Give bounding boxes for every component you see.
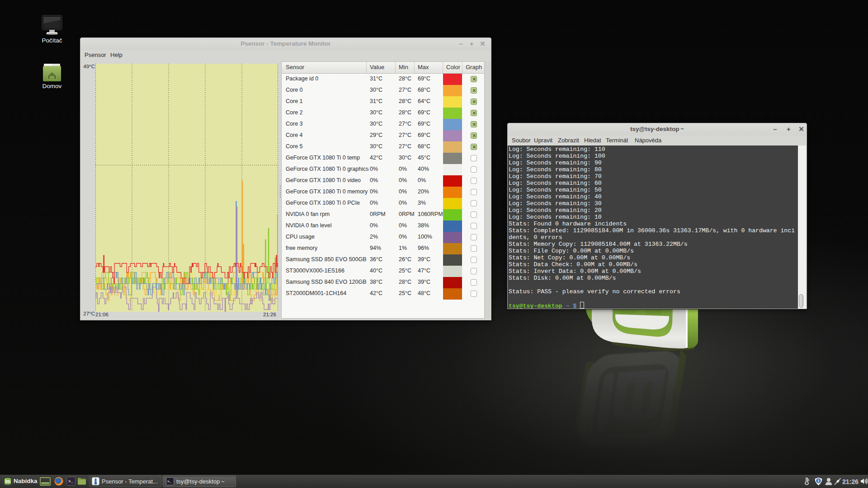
svg-text:lm: lm [5,479,10,484]
svg-text:>_: >_ [68,479,73,484]
svg-text:>_: >_ [167,479,172,483]
